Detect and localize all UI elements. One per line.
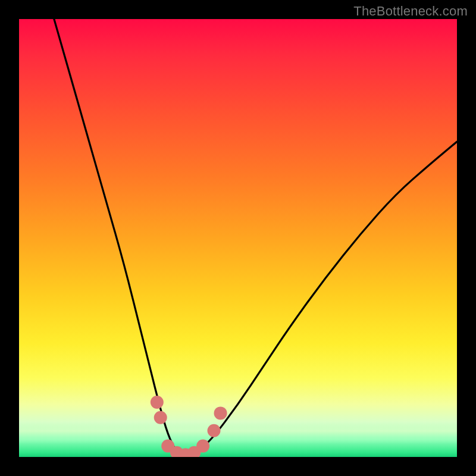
valley-beads	[151, 396, 227, 457]
watermark-text: TheBottleneck.com	[353, 4, 468, 19]
bead-valley-5	[196, 440, 209, 453]
bead-left-upper	[151, 396, 164, 409]
plot-area	[19, 19, 457, 457]
bead-right-upper	[214, 406, 227, 419]
bottleneck-curve	[54, 19, 457, 456]
bead-left-lower	[154, 411, 167, 424]
chart-frame: TheBottleneck.com	[0, 0, 476, 476]
bead-right-lower	[208, 424, 221, 437]
curve-layer	[19, 19, 457, 457]
